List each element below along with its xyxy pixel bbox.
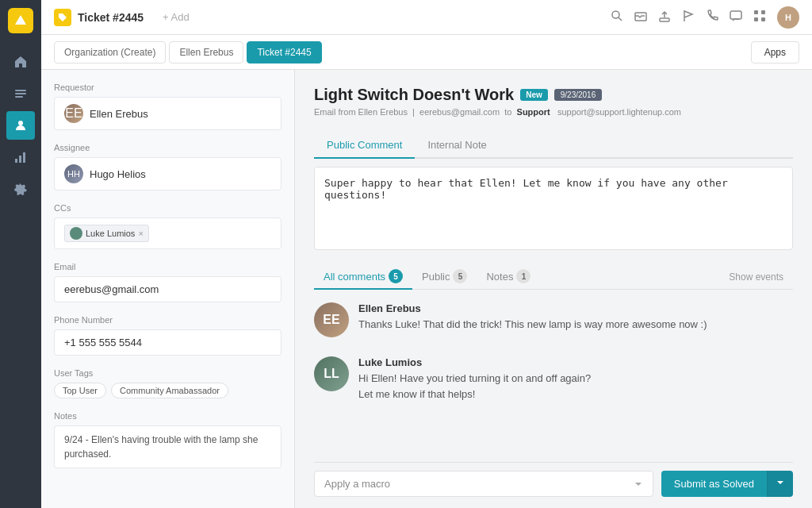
cc-remove-button[interactable]: × [138,229,143,238]
nav-users[interactable] [6,111,35,140]
upload-icon[interactable] [658,10,671,25]
tab-public[interactable]: Public 5 [412,264,477,290]
comment-body: Luke Lumios Hi Ellen! Have you tried tur… [358,356,793,402]
notes-count: 1 [516,269,530,283]
assignee-field: HH Hugo Helios [54,157,282,190]
reply-textarea[interactable]: Super happy to hear that Ellen! Let me k… [315,167,792,247]
comment-tabs: Public Comment Internal Note [314,133,793,159]
tags-container: Top User Community Amabassador [54,383,282,398]
comment-text-line1: Hi Ellen! Have you tried turning it on a… [358,371,793,387]
search-icon[interactable] [611,10,623,25]
svg-rect-2 [15,96,23,98]
comment-item: EE Ellen Erebus Thanks Luke! That did th… [314,302,793,337]
notes-filter-label: Notes [486,271,513,283]
ccs-field: Luke Lumios × [54,217,282,249]
tags-label: User Tags [54,368,282,378]
comment-author: Luke Lumios [358,356,793,368]
new-badge: New [520,89,548,101]
public-count: 5 [453,269,467,283]
apps-grid-icon[interactable] [753,10,766,25]
add-button[interactable]: + Add [163,11,190,23]
content-area: Requestor EE Ellen Erebus Assignee HH Hu… [41,70,812,508]
macro-select[interactable]: Apply a macro [314,471,653,497]
nav-home[interactable] [6,48,35,76]
email-label: Email [54,262,282,271]
comments-list: EE Ellen Erebus Thanks Luke! That did th… [314,290,793,462]
svg-line-8 [619,17,622,21]
breadcrumb-user[interactable]: Ellen Erebus [169,41,243,64]
svg-rect-13 [761,10,765,14]
show-events-button[interactable]: Show events [719,267,793,287]
submit-dropdown-button[interactable] [767,471,793,497]
comment-body: Ellen Erebus Thanks Luke! That did the t… [358,302,793,337]
svg-rect-6 [23,152,25,163]
tab-internal-note[interactable]: Internal Note [415,133,499,159]
nav-reports[interactable] [6,143,35,171]
requestor-label: Requestor [54,83,282,92]
phone-label: Phone Number [54,315,282,325]
submit-button: Submit as Solved [661,471,793,497]
cc-tag: Luke Lumios × [64,225,149,242]
user-avatar[interactable]: H [777,6,799,29]
breadcrumb-ticket[interactable]: Ticket #2445 [247,41,321,64]
ticket-title: Ticket #2445 [78,11,144,24]
date-badge: 9/23/2016 [554,89,603,101]
svg-rect-0 [15,90,26,91]
nav-settings[interactable] [6,175,35,203]
flag-icon[interactable] [682,10,695,25]
sidebar: Requestor EE Ellen Erebus Assignee HH Hu… [41,70,295,508]
inbox-icon[interactable] [634,10,647,25]
top-bar: Ticket #2445 + Add [41,0,812,35]
main-panel: Light Switch Doesn't Work New 9/23/2016 … [295,70,812,508]
svg-rect-12 [754,10,758,14]
comment-avatar-ellen: EE [314,302,349,337]
svg-rect-11 [730,11,741,19]
chevron-down-icon [634,479,643,489]
ccs-label: CCs [54,203,282,213]
app-logo [8,8,33,33]
cc-avatar [70,227,82,240]
meta-text: Email from Ellen Erebus [314,107,408,117]
bottom-bar: Apply a macro Submit as Solved [314,462,793,508]
ticket-title-bar: Ticket #2445 + Add [54,9,611,26]
chevron-down-icon [776,478,785,487]
requestor-avatar: EE [64,104,83,123]
ticket-header: Light Switch Doesn't Work New 9/23/2016 … [314,86,793,128]
tab-notes[interactable]: Notes 1 [477,264,540,290]
meta-to-label: Support [517,107,550,117]
apps-button[interactable]: Apps [751,41,799,64]
notes-field: 9/24 - Ellen's having trouble with the l… [54,425,282,468]
chat-icon[interactable] [730,10,742,25]
reply-area: Super happy to hear that Ellen! Let me k… [314,167,793,250]
svg-rect-14 [754,17,758,21]
phone-icon[interactable] [706,10,718,25]
assignee-avatar: HH [64,164,83,183]
svg-rect-4 [15,159,17,163]
email-field[interactable]: eerebus@gmail.com [54,276,282,302]
tab-all-comments[interactable]: All comments 5 [314,264,412,290]
tab-public-comment[interactable]: Public Comment [314,133,415,159]
notes-label: Notes [54,411,282,421]
svg-rect-1 [15,93,26,94]
filter-tabs: All comments 5 Public 5 Notes 1 Show eve… [314,258,793,290]
left-nav [0,0,41,508]
ticket-meta: Email from Ellen Erebus | eerebus@gmail.… [314,107,793,117]
cc-name: Luke Lumios [86,229,135,238]
assignee-label: Assignee [54,143,282,152]
breadcrumb-org[interactable]: Organization (Create) [54,41,166,64]
macro-placeholder: Apply a macro [324,478,390,490]
comment-author: Ellen Erebus [358,302,793,314]
tag-pill: Community Amabassador [111,383,228,398]
top-bar-icons: H [611,6,799,29]
nav-tickets[interactable] [6,79,35,108]
comment-text: Thanks Luke! That did the trick! This ne… [358,317,793,333]
phone-field[interactable]: +1 555 555 5544 [54,329,282,356]
comment-item: LL Luke Lumios Hi Ellen! Have you tried … [314,356,793,402]
all-comments-label: All comments [324,271,385,283]
comment-avatar-luke: LL [314,356,349,391]
svg-rect-15 [761,17,765,21]
assignee-name: Hugo Helios [90,168,146,180]
main-content: Ticket #2445 + Add [41,0,812,508]
submit-main-button[interactable]: Submit as Solved [661,471,767,497]
breadcrumb-bar: Organization (Create) Ellen Erebus Ticke… [41,35,812,70]
